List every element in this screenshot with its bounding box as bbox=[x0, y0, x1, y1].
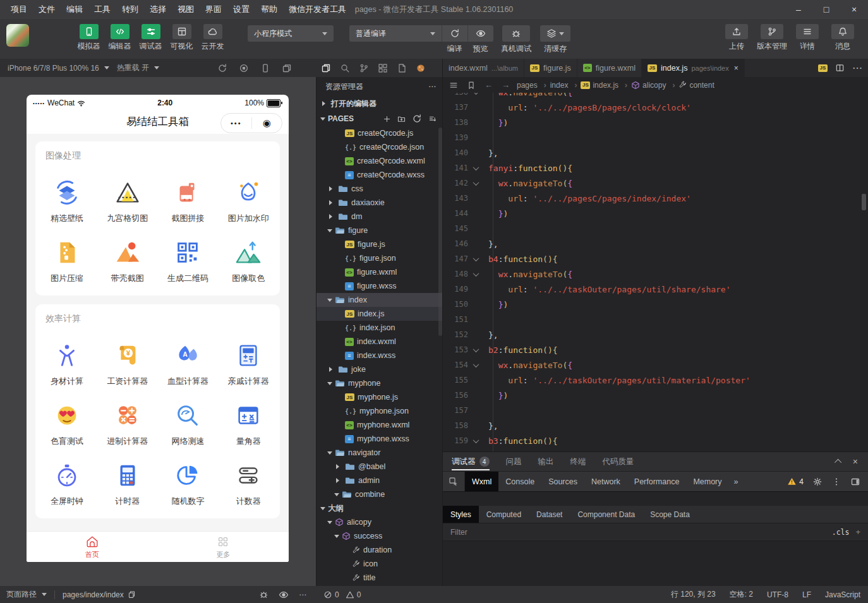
bookmark-icon[interactable] bbox=[467, 81, 476, 90]
js-file-icon[interactable]: JS bbox=[818, 64, 828, 72]
tool-量角器[interactable]: 量角器 bbox=[218, 401, 279, 447]
forward-arrow[interactable]: → bbox=[502, 80, 510, 90]
remote-debug-button[interactable]: 真机调试 bbox=[501, 25, 531, 54]
tree-item-index[interactable]: index bbox=[316, 293, 443, 307]
code-line[interactable]: 144 }) bbox=[443, 206, 868, 221]
menu-item-设置[interactable]: 设置 bbox=[227, 0, 255, 19]
toggle-模拟器[interactable]: 模拟器 bbox=[73, 24, 104, 52]
extensions-icon[interactable] bbox=[378, 63, 388, 73]
more-actions-icon[interactable]: ⋯ bbox=[852, 62, 863, 74]
close-panel-icon[interactable]: × bbox=[853, 457, 858, 467]
tree-item-myphone.js[interactable]: JSmyphone.js bbox=[316, 390, 443, 404]
code-line[interactable]: 156 }) bbox=[443, 388, 868, 403]
more-actions-icon[interactable]: ⋯ bbox=[299, 590, 307, 599]
code-line[interactable]: 153b2:function(){ bbox=[443, 342, 868, 357]
cls-toggle[interactable]: .cls bbox=[832, 528, 850, 537]
devtools-tab-Sources[interactable]: Sources bbox=[541, 472, 584, 491]
code-line[interactable]: 151 bbox=[443, 312, 868, 327]
more-tabs-icon[interactable]: » bbox=[729, 477, 744, 486]
code-line[interactable]: 157 bbox=[443, 403, 868, 418]
page-path-dropdown[interactable]: 页面路径 bbox=[6, 589, 47, 600]
fold-chevron-icon[interactable] bbox=[468, 166, 483, 170]
tool-色盲测试[interactable]: 色盲测试 bbox=[37, 401, 97, 447]
refresh-icon[interactable] bbox=[217, 63, 227, 73]
plugin-icon[interactable] bbox=[416, 63, 426, 73]
tree-item-css[interactable]: css bbox=[316, 182, 443, 196]
tool-血型计算器[interactable]: A血型计算器 bbox=[158, 341, 219, 387]
tree-item-index.json[interactable]: {.}index.json bbox=[316, 321, 443, 335]
toggle-可视化[interactable]: 可视化 bbox=[166, 24, 197, 52]
git-branch-icon[interactable] bbox=[359, 63, 369, 73]
debug-tab-终端[interactable]: 终端 bbox=[570, 452, 586, 471]
clear-cache-button[interactable]: 清缓存 bbox=[540, 25, 570, 54]
tree-item-alicopy[interactable]: alicopy bbox=[316, 515, 443, 529]
tree-item-figure.json[interactable]: {.}figure.json bbox=[316, 251, 443, 265]
preview-button[interactable]: 预览 bbox=[467, 25, 493, 54]
styles-tab-Component Data[interactable]: Component Data bbox=[570, 506, 642, 523]
tree-item-dm[interactable]: dm bbox=[316, 210, 443, 224]
status-language-mode[interactable]: JavaScript bbox=[825, 590, 860, 599]
fold-chevron-icon[interactable] bbox=[468, 272, 483, 277]
menu-item-工具[interactable]: 工具 bbox=[88, 0, 116, 19]
menu-item-界面[interactable]: 界面 bbox=[200, 0, 227, 19]
debug-tab-输出[interactable]: 输出 bbox=[538, 452, 554, 471]
warning-count-badge[interactable]: 4 bbox=[787, 477, 804, 486]
device-selector[interactable]: iPhone 6/7/8 Plus 100% 16 bbox=[8, 64, 109, 73]
tree-item-admin[interactable]: admin bbox=[316, 474, 443, 487]
devtools-tab-Wxml[interactable]: Wxml bbox=[465, 472, 498, 491]
breadcrumb-index[interactable]: ›index bbox=[540, 81, 569, 90]
tree-item-figure.wxml[interactable]: <>figure.wxml bbox=[316, 265, 443, 279]
filter-input[interactable]: Filter bbox=[450, 528, 467, 537]
tree-item-@babel[interactable]: @babel bbox=[316, 460, 443, 474]
editor-tab-figure.js[interactable]: JSfigure.js bbox=[524, 59, 577, 77]
editor-scrollbar[interactable] bbox=[862, 194, 866, 210]
capsule-menu[interactable]: ••• ◉ bbox=[220, 113, 282, 133]
multi-window-icon[interactable] bbox=[282, 63, 292, 73]
devtools-tab-Console[interactable]: Console bbox=[498, 472, 541, 491]
tree-item-figure.wxss[interactable]: ≡figure.wxss bbox=[316, 279, 443, 293]
code-line[interactable]: 147b4:function(){ bbox=[443, 251, 868, 266]
tree-item-createQrcode.json[interactable]: {.}createQrcode.json bbox=[316, 140, 443, 154]
code-line[interactable]: 158}, bbox=[443, 418, 868, 433]
editor-tab-figure.wxml[interactable]: <>figure.wxml bbox=[577, 59, 642, 77]
more-menu-dots[interactable]: ••• bbox=[221, 119, 251, 127]
copy-icon[interactable] bbox=[128, 590, 136, 599]
code-line[interactable]: 155 url: '../../taskOuter/pages/util/mat… bbox=[443, 373, 868, 388]
add-style-button[interactable]: + bbox=[855, 527, 860, 537]
tool-计数器[interactable]: 计数器 bbox=[218, 461, 279, 507]
pages-section-header[interactable]: PAGES bbox=[316, 111, 443, 126]
tree-item-大纲[interactable]: 大纲 bbox=[316, 501, 443, 515]
fold-chevron-icon[interactable] bbox=[468, 93, 483, 95]
editor-tab-index.wxml[interactable]: index.wxml...\album bbox=[443, 59, 524, 77]
status-indentation[interactable]: 空格: 2 bbox=[730, 589, 753, 600]
inspect-element-button[interactable] bbox=[443, 472, 465, 491]
消息-button[interactable]: 消息 bbox=[825, 24, 860, 52]
devtools-tab-Performance[interactable]: Performance bbox=[627, 472, 687, 491]
tool-图像取色[interactable]: 图像取色 bbox=[218, 238, 279, 284]
menu-item-文件[interactable]: 文件 bbox=[33, 0, 61, 19]
code-line[interactable]: 149 url: '../../taskOuter/pages/util/sha… bbox=[443, 282, 868, 297]
code-line[interactable]: 140}, bbox=[443, 145, 868, 160]
code-line[interactable]: 137 url: '../../pagesB/pages/clock/clock… bbox=[443, 100, 868, 115]
详情-button[interactable]: 详情 bbox=[790, 24, 825, 52]
devtools-tab-Memory[interactable]: Memory bbox=[686, 472, 728, 491]
版本管理-button[interactable]: 版本管理 bbox=[754, 24, 790, 52]
hot-reload-toggle[interactable]: 热重载 开 bbox=[117, 63, 159, 73]
menu-item-选择[interactable]: 选择 bbox=[144, 0, 172, 19]
code-line[interactable]: 148 wx.navigateTo({ bbox=[443, 266, 868, 282]
error-circle-icon[interactable] bbox=[323, 590, 332, 599]
tree-item-myphone.json[interactable]: {.}myphone.json bbox=[316, 404, 443, 418]
devtools-tab-Network[interactable]: Network bbox=[584, 472, 627, 491]
tree-item-success[interactable]: success bbox=[316, 529, 443, 543]
code-line[interactable]: 159b3:function(){ bbox=[443, 433, 868, 448]
toggle-编辑器[interactable]: 编辑器 bbox=[104, 24, 135, 52]
styles-tab-Scope Data[interactable]: Scope Data bbox=[642, 506, 697, 523]
styles-tab-Dataset[interactable]: Dataset bbox=[529, 506, 570, 523]
breadcrumb-pages[interactable]: pages bbox=[517, 81, 538, 90]
debug-tab-问题[interactable]: 问题 bbox=[506, 452, 522, 471]
code-editor[interactable]: 136 wx.navigateTo({137 url: '../../pages… bbox=[442, 93, 868, 451]
styles-tab-Styles[interactable]: Styles bbox=[443, 506, 479, 523]
tree-item-icon[interactable]: icon bbox=[316, 557, 443, 571]
tree-item-title[interactable]: title bbox=[316, 571, 443, 585]
refresh-icon[interactable] bbox=[412, 114, 422, 124]
